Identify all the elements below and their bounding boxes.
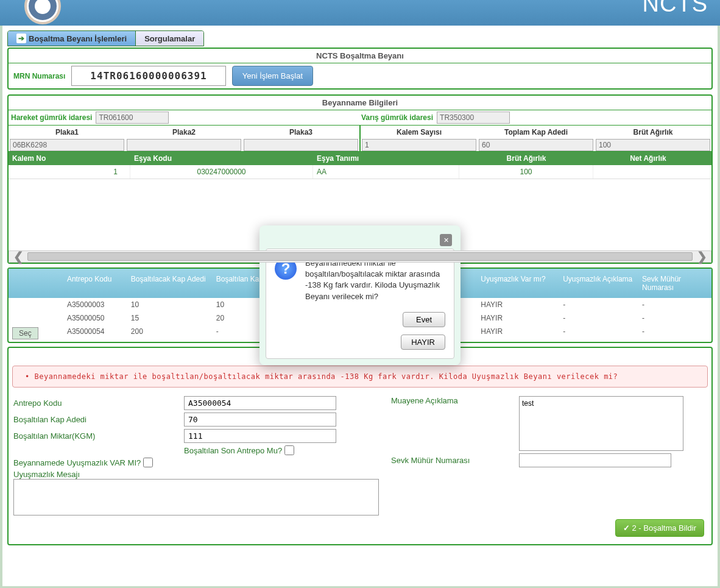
yes-button[interactable]: Evet xyxy=(403,312,445,327)
tab-bosaltma-label: Boşaltma Beyanı İşlemleri xyxy=(29,34,127,43)
bosaltilan-kap-label: Boşaltılan Kap Adedi xyxy=(13,415,184,424)
no-button[interactable]: HAYIR xyxy=(401,335,445,350)
antrepo-kodu-label: Antrepo Kodu xyxy=(13,398,184,408)
varis-label: Varış gümrük idaresi xyxy=(361,113,433,122)
brut-agirlik-header: Brüt Ağırlık xyxy=(595,126,711,139)
uyusmazlik-var-label: Beyannamede Uyuşmazlık VAR MI? xyxy=(13,458,141,467)
kalem-row[interactable]: 1 030247000000 AA 100 xyxy=(9,165,711,179)
muayene-aciklama-label: Muayene Açıklama xyxy=(391,396,519,405)
sevk-muhur-label: Sevk Mühür Numarası xyxy=(391,456,519,465)
warning-text: Beyannamedeki miktar ile boşaltılan/boşa… xyxy=(25,372,695,381)
varis-input xyxy=(437,112,510,124)
plaka2-input xyxy=(127,139,241,151)
new-process-button[interactable]: Yeni İşlem Başlat xyxy=(232,66,313,86)
modal-text: Beyannamedeki miktar ile boşaltılan/boşa… xyxy=(305,258,445,302)
sevk-muhur-input[interactable] xyxy=(519,453,671,467)
panel-beyanname-title: Beyanname Bilgileri xyxy=(9,96,711,110)
uyusmazlik-var-checkbox[interactable] xyxy=(143,458,153,467)
warning-box: Beyannamedeki miktar ile boşaltılan/boşa… xyxy=(12,366,708,388)
plaka1-header: Plaka1 xyxy=(9,126,125,139)
antrepo-kodu-input[interactable] xyxy=(184,396,336,410)
panel-antrepo-form: Antrepo Bilgileri Beyannamedeki miktar i… xyxy=(7,347,713,545)
uyusmazlik-mesaji-label: Uyuşmazlık Mesajı xyxy=(13,470,80,479)
plaka2-header: Plaka2 xyxy=(125,126,242,139)
kalem-sayisi-input xyxy=(362,139,476,151)
mrn-value: 14TR06160000006391 xyxy=(71,66,225,86)
hareket-label: Hareket gümrük idaresi xyxy=(11,113,92,122)
tab-bar: ➔ Boşaltma Beyanı İşlemleri Sorgulamalar xyxy=(7,30,204,46)
hareket-input xyxy=(96,112,169,124)
bosaltilan-kap-input[interactable] xyxy=(184,413,336,427)
uyusmazlik-mesaji-textarea[interactable] xyxy=(13,479,379,515)
son-antrepo-label: Boşaltılan Son Antrepo Mu? xyxy=(184,446,282,455)
bosaltilan-miktar-label: Boşaltılan Miktar(KGM) xyxy=(13,431,184,441)
plaka1-input xyxy=(10,139,124,151)
son-antrepo-checkbox[interactable] xyxy=(284,445,294,455)
close-icon[interactable]: ✕ xyxy=(440,234,452,246)
confirm-dialog: ✕ ? Beyannamedeki miktar ile boşaltılan/… xyxy=(259,225,461,365)
tab-sorgulamalar-label: Sorgulamalar xyxy=(144,34,195,43)
check-icon xyxy=(623,523,630,533)
toplam-kap-input xyxy=(479,139,593,151)
toplam-kap-header: Toplam Kap Adedi xyxy=(478,126,595,139)
scroll-right-icon[interactable]: ❯ xyxy=(693,249,711,264)
panel-ncts: NCTS Boşaltma Beyanı MRN Numarası 14TR06… xyxy=(7,48,713,90)
tab-sorgulamalar[interactable]: Sorgulamalar xyxy=(136,31,203,46)
plaka3-input xyxy=(244,139,358,151)
muayene-aciklama-textarea[interactable]: test xyxy=(519,396,683,451)
mrn-label: MRN Numarası xyxy=(13,72,65,80)
top-bar: NCTS xyxy=(0,0,720,26)
bosaltilan-miktar-input[interactable] xyxy=(184,429,336,443)
panel-ncts-title: NCTS Boşaltma Beyanı xyxy=(9,49,711,63)
arrow-right-icon: ➔ xyxy=(16,34,26,43)
kalem-sayisi-header: Kalem Sayısı xyxy=(361,126,478,139)
brut-agirlik-input xyxy=(596,139,710,151)
select-button[interactable]: Seç xyxy=(12,327,38,339)
plaka3-header: Plaka3 xyxy=(242,126,359,139)
tab-bosaltma[interactable]: ➔ Boşaltma Beyanı İşlemleri xyxy=(8,31,136,46)
bosaltma-bildir-button[interactable]: 2 - Boşaltma Bildir xyxy=(615,519,704,537)
kalem-scrollbar[interactable]: ❮ ❯ xyxy=(9,250,711,263)
app-title: NCTS xyxy=(643,0,708,17)
ministry-logo xyxy=(24,0,61,24)
scroll-left-icon[interactable]: ❮ xyxy=(9,249,27,264)
kalem-table-header: Kalem No Eşya Kodu Eşya Tanımı Brüt Ağır… xyxy=(9,152,711,165)
